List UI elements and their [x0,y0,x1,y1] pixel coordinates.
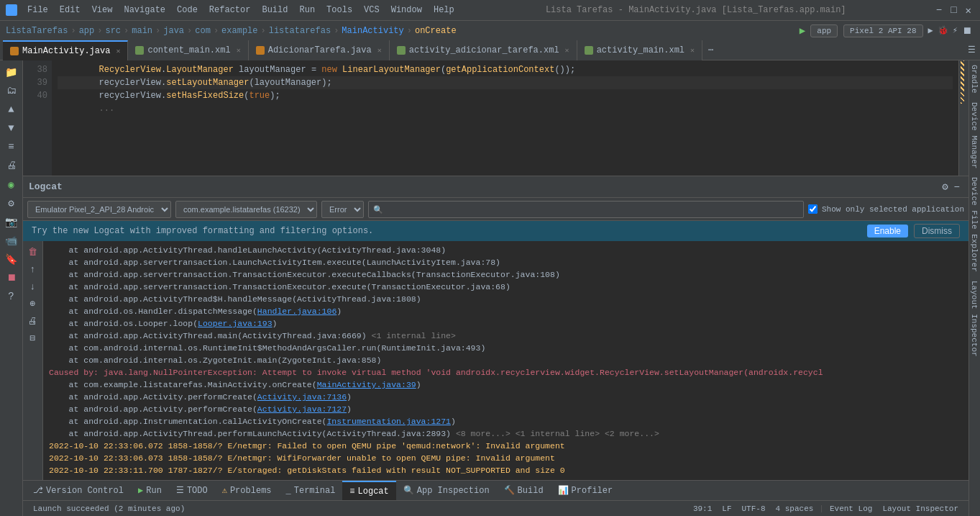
menu-file[interactable]: File [23,4,52,17]
looper-link[interactable]: Looper.java:193 [198,319,273,328]
sidebar-camera-icon[interactable]: 📷 [3,213,20,230]
tab-todo[interactable]: ☰ TODO [169,481,215,501]
menu-run[interactable]: Run [295,4,319,17]
sidebar-up-icon[interactable]: ▲ [3,101,20,118]
status-position[interactable]: 39:1 [689,504,716,513]
handler-link[interactable]: Handler.java:106 [257,307,336,316]
emulator-selector[interactable]: Emulator Pixel_2_API_28 Androic [27,201,171,218]
sidebar-help-icon[interactable]: ? [3,288,20,305]
tabs-menu[interactable]: ☰ [963,45,980,55]
tab-close-1[interactable]: ✕ [237,46,241,55]
menu-navigate[interactable]: Navigate [119,4,170,17]
menu-window[interactable]: Window [387,4,426,17]
close-button[interactable]: ✕ [963,4,974,17]
menu-edit[interactable]: Edit [55,4,85,17]
menu-view[interactable]: View [88,4,117,17]
tab-activity-adicionar-xml[interactable]: activity_adicionar_tarefa.xml ✕ [390,40,577,60]
breadcrumb-mainactivity[interactable]: MainActivity [342,26,403,36]
status-indent[interactable]: 4 spaces [771,504,818,513]
tab-version-control[interactable]: ⎇ Version Control [26,481,131,501]
sidebar-down-icon[interactable]: ▼ [3,119,20,137]
tab-mainactivity-java[interactable]: MainActivity.java ✕ [3,40,128,60]
breadcrumb-oncreate[interactable]: onCreate [415,26,457,36]
gradle-panel-label[interactable]: Gradle [969,60,980,98]
logcat-search-input[interactable] [368,201,804,218]
tab-activity-main-xml[interactable]: activity_main.xml ✕ [577,40,702,60]
breadcrumb-listatarefas[interactable]: ListaTarefas [6,26,68,36]
tab-close-4[interactable]: ✕ [690,46,695,55]
device-manager-label[interactable]: Device Manager [969,98,980,173]
status-layout-inspector[interactable]: Layout Inspector [878,504,963,513]
status-encoding[interactable]: UTF-8 [738,504,770,513]
logcat-filter-button[interactable]: ⊕ [25,296,41,312]
logcat-settings-button[interactable]: ⚙ [939,181,951,193]
breadcrumb-com[interactable]: com [195,26,211,36]
logcat-scroll-down-button[interactable]: ↓ [25,279,41,294]
breadcrumb-app[interactable]: app [79,26,95,36]
tab-terminal[interactable]: _ Terminal [279,481,343,501]
run-config-icon[interactable]: ▶ [797,24,807,37]
status-event-log[interactable]: Event Log [825,504,876,513]
sidebar-settings-icon[interactable]: ⚙ [3,194,20,212]
device-file-explorer-label[interactable]: Device File Explorer [969,173,980,276]
attach-debugger-button[interactable]: ⚡ [951,25,960,36]
logcat-output[interactable]: at android.app.ActivityThread.handleLaun… [43,241,968,480]
mainactivity-link[interactable]: MainActivity.java:39 [317,380,416,389]
status-line-ending[interactable]: LF [718,504,736,513]
run-config-selector[interactable]: app [810,24,838,37]
menu-code[interactable]: Code [173,4,202,17]
tab-close-3[interactable]: ✕ [565,46,569,55]
logcat-collapse-button[interactable]: ⊟ [25,330,41,346]
tabs-overflow[interactable]: ⋯ [702,45,719,55]
tab-close-0[interactable]: ✕ [116,47,120,55]
vertical-scrollbar[interactable] [964,60,968,176]
tab-content-main-xml[interactable]: content_main.xml ✕ [128,40,248,60]
logcat-minimize-button[interactable]: − [951,181,963,193]
logcat-scroll-up-button[interactable]: ↑ [25,261,41,277]
sidebar-structure-icon[interactable]: 🗂 [3,82,20,99]
sidebar-bookmark-icon[interactable]: 🔖 [3,250,20,268]
sidebar-stop-icon[interactable]: ⏹ [3,269,20,286]
breadcrumb-example[interactable]: example [221,26,257,36]
activity-link-2[interactable]: Activity.java:7127 [257,404,347,414]
instrumentation-link[interactable]: Instrumentation.java:1271 [326,417,451,426]
tab-profiler[interactable]: 📊 Profiler [551,481,620,501]
activity-link-1[interactable]: Activity.java:7136 [257,392,347,402]
breadcrumb-main[interactable]: main [132,26,152,36]
breadcrumb-java[interactable]: java [163,26,184,36]
minimize-button[interactable]: − [933,4,945,16]
sidebar-list-icon[interactable]: ≡ [3,138,20,155]
tab-problems[interactable]: ⚠ Problems [215,481,279,501]
menu-vcs[interactable]: VCS [360,4,384,17]
banner-enable-button[interactable]: Enable [867,225,908,237]
menu-refactor[interactable]: Refactor [205,4,255,17]
sidebar-video-icon[interactable]: 📹 [3,232,20,249]
tab-close-2[interactable]: ✕ [377,46,382,55]
logcat-print-button[interactable]: 🖨 [25,313,41,329]
tab-run[interactable]: ▶ Run [131,481,169,501]
tab-app-inspection[interactable]: 🔍 App Inspection [396,481,497,501]
device-selector[interactable]: Pixel 2 API 28 [843,27,922,35]
stop-button[interactable]: ⏹ [960,25,974,37]
code-view[interactable]: 38 39 40 41 RecyclerView.LayoutManager l… [23,60,968,176]
code-content[interactable]: RecyclerView.LayoutManager layoutManager… [52,60,958,176]
sidebar-project-icon[interactable]: 📁 [3,63,20,81]
tab-adicionartarefa-java[interactable]: AdicionarTarefa.java ✕ [249,40,390,60]
maximize-button[interactable]: □ [948,4,959,16]
run-button[interactable]: ▶ [926,25,935,36]
banner-dismiss-button[interactable]: Dismiss [914,224,960,238]
tab-build[interactable]: 🔨 Build [497,481,551,501]
level-selector[interactable]: Error [321,201,364,218]
sidebar-git-icon[interactable]: ◉ [3,176,20,193]
layout-inspector-side-label[interactable]: Layout Inspector [969,276,980,361]
menu-help[interactable]: Help [429,4,459,17]
tab-logcat[interactable]: ≡ Logcat [342,481,395,501]
menu-tools[interactable]: Tools [322,4,357,17]
sidebar-print-icon[interactable]: 🖨 [3,157,20,174]
menu-build[interactable]: Build [257,4,292,17]
breadcrumb-src[interactable]: src [105,26,121,36]
show-only-checkbox[interactable] [808,204,818,214]
logcat-clear-button[interactable]: 🗑 [25,244,41,260]
debug-button[interactable]: 🐞 [935,25,951,36]
package-selector[interactable]: com.example.listatarefas (16232) [175,201,317,218]
